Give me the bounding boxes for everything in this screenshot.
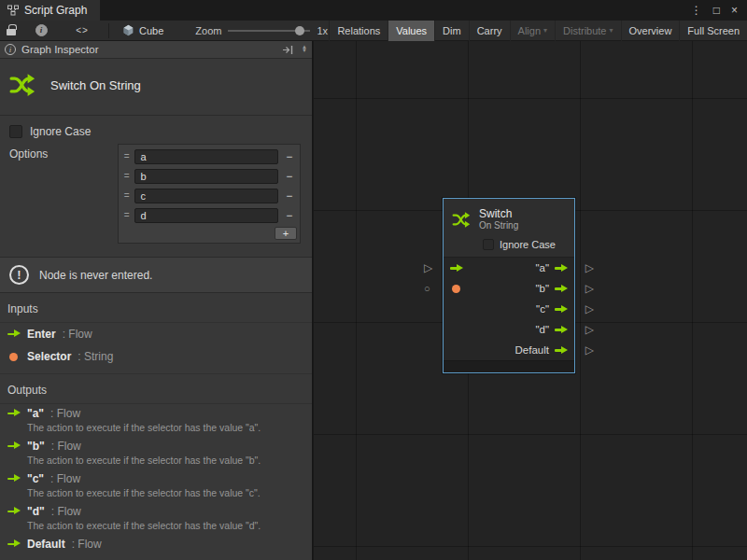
inputs-list: Enter : Flow Selector : String: [0, 323, 312, 368]
graph-canvas[interactable]: Switch On String Ignore Case ▷ "a" ▷ ○ "…: [314, 41, 747, 560]
flow-input-port-icon[interactable]: ▷: [424, 262, 432, 273]
input-port-row: Selector : String: [0, 345, 312, 368]
drag-handle-icon[interactable]: =: [120, 171, 133, 181]
options-list: = − = − = − = −: [118, 144, 301, 244]
drag-handle-icon[interactable]: =: [120, 151, 133, 161]
flow-output-port-icon[interactable]: ▷: [585, 344, 594, 356]
inspector-scroll-arrows[interactable]: ▲ ▼: [300, 46, 307, 52]
inspector-title: Graph Inspector: [21, 44, 98, 55]
node-port-row[interactable]: ○ "b" ▷: [444, 278, 574, 299]
node-port-row[interactable]: "d" ▷: [444, 319, 574, 340]
overview-button[interactable]: Overview: [621, 21, 680, 41]
zoom-slider-handle[interactable]: [295, 26, 304, 35]
ignore-case-row: Ignore Case: [0, 125, 312, 138]
chevron-down-icon: ▾: [610, 26, 613, 35]
drag-handle-icon[interactable]: =: [120, 210, 133, 220]
graph-target-button[interactable]: Cube: [117, 24, 169, 36]
option-input[interactable]: [134, 149, 278, 164]
inspector-header: i Graph Inspector ▲ ▼: [0, 41, 312, 59]
lock-button[interactable]: [0, 21, 22, 41]
node-footer: [444, 360, 574, 372]
distribute-label: Distribute: [563, 25, 606, 36]
graph-toolbar: i <> Cube Zoom 1x Relations Values Dim: [0, 21, 747, 41]
warning-text: Node is never entered.: [39, 269, 152, 282]
option-input[interactable]: [134, 169, 278, 184]
flow-arrow-icon: [7, 441, 21, 451]
remove-option-button[interactable]: −: [280, 150, 298, 163]
code-view-button[interactable]: <>: [71, 21, 93, 41]
align-label: Align: [518, 25, 541, 36]
switch-on-string-node[interactable]: Switch On String Ignore Case ▷ "a" ▷ ○ "…: [443, 198, 575, 373]
zoom-control: Zoom 1x: [195, 24, 328, 37]
dim-button[interactable]: Dim: [434, 21, 469, 41]
add-option-button[interactable]: +: [275, 227, 297, 240]
output-port-row: "d" : Flow The action to execute if the …: [0, 502, 312, 535]
drag-handle-icon[interactable]: =: [120, 190, 133, 201]
warning-icon: !: [9, 265, 29, 285]
flow-output-port-icon[interactable]: ▷: [585, 303, 594, 315]
flow-arrow-icon: [555, 345, 568, 355]
ignore-case-checkbox[interactable]: [9, 125, 22, 138]
values-button[interactable]: Values: [388, 21, 434, 41]
close-icon[interactable]: ×: [731, 4, 738, 17]
flow-arrow-icon: [7, 539, 21, 549]
dock-icon[interactable]: [282, 45, 294, 55]
info-icon: i: [35, 24, 48, 36]
flow-arrow-icon: [7, 474, 21, 483]
value-input-port-icon[interactable]: ○: [424, 284, 430, 294]
remove-option-button[interactable]: −: [280, 209, 298, 222]
flow-arrow-icon: [555, 325, 568, 334]
options-section: Options = − = − = − =: [0, 138, 312, 244]
node-subtitle: On String: [479, 220, 518, 231]
input-port-row: Enter : Flow: [0, 323, 312, 345]
node-title-text: Switch On String: [50, 78, 141, 92]
scroll-down-icon[interactable]: ▼: [302, 49, 307, 53]
graph-icon: [7, 5, 19, 16]
distribute-button[interactable]: Distribute ▾: [555, 21, 620, 41]
flow-arrow-icon: [450, 263, 463, 273]
tab-script-graph[interactable]: Script Graph: [0, 0, 100, 21]
toolbar-buttons: Relations Values Dim Carry Align ▾ Distr…: [329, 21, 747, 41]
flow-output-port-icon[interactable]: ▷: [585, 324, 594, 335]
maximize-icon[interactable]: □: [713, 4, 720, 17]
flow-output-port-icon[interactable]: ▷: [585, 262, 594, 273]
chevron-down-icon: ▾: [543, 26, 547, 35]
tab-label: Script Graph: [24, 4, 87, 17]
switch-node-icon: [7, 71, 37, 99]
remove-option-button[interactable]: −: [280, 189, 298, 203]
code-icon: <>: [76, 25, 89, 35]
output-description: The action to execute if the selector ha…: [27, 487, 304, 498]
option-input[interactable]: [134, 189, 278, 203]
value-port-icon: [452, 285, 460, 293]
node-port-row[interactable]: "c" ▷: [444, 299, 574, 319]
menu-icon[interactable]: ⋮: [691, 4, 702, 17]
node-title: Switch: [479, 207, 518, 220]
option-row: = −: [120, 166, 298, 186]
outputs-list: "a" : Flow The action to execute if the …: [0, 404, 312, 560]
inputs-header: Inputs: [0, 293, 312, 323]
output-description: The action to execute if the selector ha…: [27, 520, 304, 531]
flow-arrow-icon: [555, 284, 568, 293]
zoom-slider[interactable]: [228, 24, 310, 37]
remove-option-button[interactable]: −: [280, 170, 298, 183]
align-button[interactable]: Align ▾: [510, 21, 555, 41]
carry-button[interactable]: Carry: [469, 21, 510, 41]
option-input[interactable]: [134, 208, 278, 223]
zoom-label: Zoom: [195, 25, 221, 36]
node-port-row[interactable]: Default ▷: [444, 340, 574, 360]
graph-inspector-panel: i Graph Inspector ▲ ▼ Switch On Stri: [0, 41, 313, 560]
ignore-case-label: Ignore Case: [500, 239, 556, 250]
flow-output-port-icon[interactable]: ▷: [585, 283, 594, 294]
output-description: The action to execute if the selector ha…: [27, 422, 304, 433]
options-label: Options: [9, 144, 48, 161]
node-port-row[interactable]: ▷ "a" ▷: [444, 258, 574, 278]
relations-button[interactable]: Relations: [329, 21, 388, 41]
lock-icon: [7, 29, 16, 35]
flow-arrow-icon: [7, 329, 21, 339]
ignore-case-checkbox[interactable]: [483, 239, 494, 250]
fullscreen-button[interactable]: Full Screen: [679, 21, 747, 41]
output-port-row: "a" : Flow The action to execute if the …: [0, 404, 312, 437]
inspect-button[interactable]: i: [30, 21, 52, 41]
node-header[interactable]: Switch On String: [444, 199, 574, 235]
selected-node-title: Switch On String: [0, 59, 312, 116]
